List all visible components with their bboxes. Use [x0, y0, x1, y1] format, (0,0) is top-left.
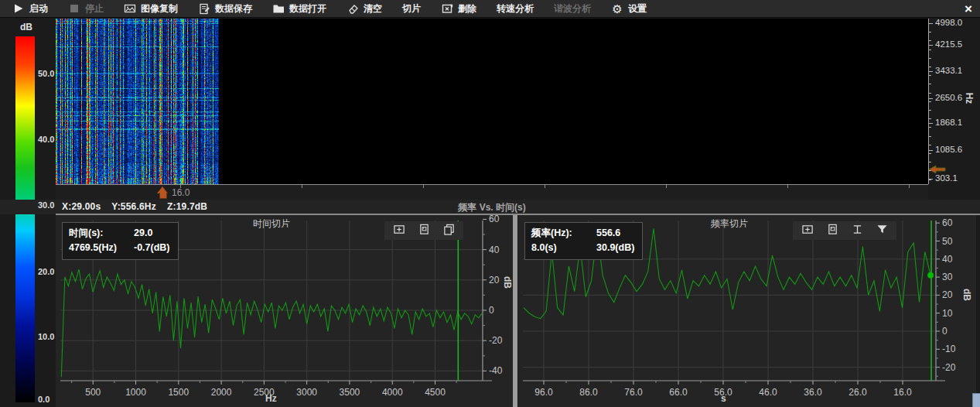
axis-tick — [929, 98, 933, 99]
frequency-tick-label: 303.1 — [935, 173, 958, 183]
info-label: 8.0(s) — [531, 241, 596, 255]
freq-slice-x-tick-label: 86.0 — [579, 387, 597, 398]
time-slice-zoom-add-button[interactable] — [392, 224, 406, 237]
image-copy-icon — [124, 3, 136, 15]
current-value-marker — [927, 272, 934, 279]
toolbar-button-label: 切片 — [402, 2, 421, 15]
freq-slice-y-tick-label: -20 — [942, 362, 955, 373]
toolbar-button-4[interactable]: 数据保存 — [198, 2, 252, 15]
resize-grip[interactable] — [972, 393, 980, 407]
time-slice-toolbar — [384, 221, 463, 240]
toolbar-button-label: 图像复制 — [141, 2, 178, 15]
freq-slice-x-tick-label: 16.0 — [893, 387, 911, 398]
toolbar-button-5[interactable]: 数据打开 — [272, 2, 326, 15]
time-slice-x-tick-label: 3500 — [340, 387, 360, 398]
frequency-tick-label: 1868.1 — [935, 118, 962, 127]
time-slice-copy-image-button[interactable] — [417, 224, 431, 237]
freq-slice-marker-button[interactable] — [850, 224, 864, 237]
time-slice-y-tick-label: -40 — [489, 365, 502, 376]
freq-slice-y-tick-label: 20 — [942, 289, 952, 300]
freq-slice-y-tick-label: 0 — [942, 326, 948, 337]
axis-minor-tick — [929, 58, 931, 59]
zoom-add-icon — [393, 224, 406, 238]
panel-splitter[interactable] — [513, 215, 517, 407]
time-slice-title: 时间切片 — [253, 217, 290, 231]
time-slice-copy-pages-button[interactable] — [442, 224, 456, 237]
time-slice-y-tick-label: 60 — [489, 215, 499, 224]
axis-tick — [929, 45, 933, 46]
data-save-icon — [198, 3, 210, 15]
colorbar-tick-label: 20.0 — [38, 267, 54, 276]
frequency-axis-unit: Hz — [964, 93, 975, 104]
toolbar-button-label: 停止 — [85, 2, 104, 15]
main-toolbar: 启动停止图像复制数据保存数据打开清空切片删除转速分析谐波分析⚙设置 — [0, 0, 980, 18]
freq-slice-x-tick-label: 36.0 — [804, 387, 821, 398]
toolbar-button-6[interactable]: 清空 — [347, 2, 382, 15]
toolbar-button-8[interactable]: 删除 — [441, 2, 476, 15]
axis-minor-tick — [929, 67, 931, 67]
toolbar-button-7[interactable]: 切片 — [402, 2, 421, 15]
folder-open-icon — [272, 3, 285, 15]
info-value: -0.7(dB) — [134, 242, 170, 253]
copy-image-icon — [418, 224, 431, 238]
frequency-marker-arrow[interactable] — [929, 163, 946, 173]
info-label: 时间(s): — [69, 226, 134, 241]
stop-icon — [68, 3, 80, 15]
axis-tick — [180, 185, 181, 188]
time-slice-y-tick-label: 40 — [489, 245, 499, 255]
axis-tick — [929, 71, 933, 72]
toolbar-button-2: 停止 — [68, 2, 104, 15]
toolbar-button-label: 数据保存 — [215, 2, 252, 15]
axis-tick — [423, 185, 424, 188]
spectrogram-plot[interactable] — [56, 19, 929, 184]
freq-slice-x-tick-label: 96.0 — [534, 387, 552, 398]
freq-slice-y-tick-label: 60 — [942, 217, 952, 228]
freq-slice-title: 频率切片 — [711, 217, 748, 231]
freq-slice-info-box: 频率(Hz):556.6 8.0(s)30.9(dB) — [524, 222, 643, 260]
info-row: 8.0(s)30.9(dB) — [531, 241, 634, 255]
freq-slice-copy-image-button[interactable] — [825, 224, 839, 237]
copy-image-icon — [826, 224, 839, 238]
filter-icon — [876, 224, 889, 238]
toolbar-button-label: 启动 — [29, 2, 48, 15]
time-marker-arrow-tail[interactable] — [159, 193, 167, 199]
zoom-add-icon — [801, 224, 814, 238]
freq-slice-x-tick-label: 76.0 — [624, 387, 642, 398]
axis-minor-tick — [929, 75, 931, 76]
axis-minor-tick — [929, 32, 931, 32]
freq-slice-zoom-add-button[interactable] — [801, 224, 814, 237]
colorbar-tick-label: 30.0 — [38, 200, 54, 210]
axis-tick — [929, 150, 933, 151]
freq-slice-x-tick-label: 26.0 — [849, 387, 866, 398]
freq-slice-x-tick-label: 46.0 — [759, 387, 777, 398]
freq-slice-filter-button[interactable] — [875, 224, 889, 237]
frequency-tick-label: 1085.6 — [935, 145, 962, 154]
axis-minor-tick — [929, 136, 931, 137]
close-button[interactable]: × — [965, 1, 972, 17]
toolbar-button-3[interactable]: 图像复制 — [124, 2, 178, 15]
axis-minor-tick — [929, 127, 931, 128]
toolbar-button-11[interactable]: ⚙设置 — [611, 2, 647, 15]
info-label: 频率(Hz): — [531, 226, 596, 241]
time-marker-label: 16.0 — [172, 187, 190, 198]
freq-slice-y-tick-label: 10 — [942, 308, 952, 319]
copy-pages-icon — [442, 224, 456, 238]
signal-analyzer-window: 启动停止图像复制数据保存数据打开清空切片删除转速分析谐波分析⚙设置 × dB H… — [0, 0, 980, 407]
colorbar-tick-label: 40.0 — [38, 135, 54, 144]
toolbar-button-9[interactable]: 转速分析 — [497, 2, 534, 15]
freq-slice-y-tick-label: 30 — [942, 272, 952, 282]
axis-minor-tick — [929, 145, 931, 145]
info-label: 4769.5(Hz) — [69, 241, 134, 255]
time-slice-panel: 时间切片 时间(s):29.0 4769.5(Hz)-0.7(dB) Hz dB… — [56, 215, 514, 407]
info-row: 4769.5(Hz)-0.7(dB) — [69, 241, 170, 255]
axis-tick — [302, 185, 302, 188]
freq-slice-y-tick-label: -10 — [942, 344, 955, 354]
delete-icon — [441, 3, 453, 15]
toolbar-button-1[interactable]: 启动 — [12, 2, 48, 15]
time-slice-y-tick-label: -20 — [489, 335, 502, 346]
spectrogram-image[interactable] — [56, 19, 219, 184]
freq-slice-panel: 频率切片 频率(Hz):556.6 8.0(s)30.9(dB) s dB 60… — [518, 215, 976, 407]
colorbar-tick-label: 50.0 — [38, 69, 54, 78]
axis-minor-tick — [929, 40, 931, 41]
play-icon — [12, 3, 25, 15]
